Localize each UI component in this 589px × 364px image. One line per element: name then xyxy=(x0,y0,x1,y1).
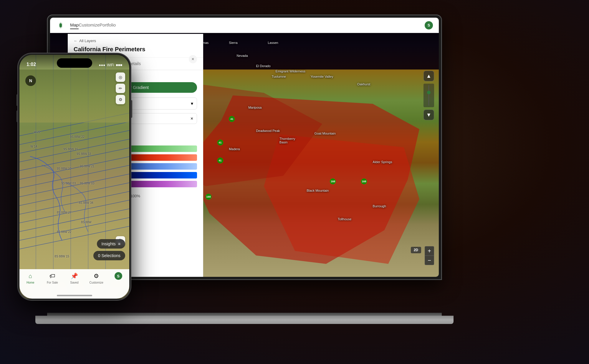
phone-label-9s88w10: 9S 88W 10 xyxy=(57,167,71,170)
phone-label-9s88w21: 9S 88W 21 xyxy=(80,165,94,168)
arrow-down-btn[interactable]: ▼ xyxy=(423,110,434,120)
home-indicator xyxy=(57,295,92,296)
nav-profile[interactable]: S xyxy=(107,272,129,281)
customize-icon: ⚙ xyxy=(92,272,100,280)
dynamic-island xyxy=(57,58,92,68)
forsale-icon: 🏷 xyxy=(49,272,56,280)
phone-terrain-top xyxy=(19,70,129,123)
phone-label-9s88w16: 9S 88W 16 xyxy=(63,148,78,151)
phone-label-9s88w33: 9S 88W 33 xyxy=(77,152,91,155)
phone-edit-btn[interactable]: ✏ xyxy=(116,84,125,93)
phone-label-9s88w22: 9S 88W 22 xyxy=(70,135,85,138)
volume-down-button[interactable] xyxy=(16,110,18,122)
route-marker-168a: 168 xyxy=(330,178,336,184)
nav-forsale-label: For Sale xyxy=(47,281,58,284)
nav-saved-label: Saved xyxy=(70,281,78,284)
phone-map: 9S 88W 22 9S 88W 33 9S 88W 16 9S 88W 21 … xyxy=(19,55,129,299)
route-marker-41b: 41 xyxy=(217,140,223,145)
phone-label-w22: W 22 xyxy=(34,130,40,134)
route-marker-168b: 168 xyxy=(361,178,367,184)
layer-title: California Fire Perimeters xyxy=(74,46,197,53)
phone-location-btn[interactable]: ◎ xyxy=(116,72,125,82)
zoom-in-button[interactable]: + xyxy=(425,246,434,256)
nav-home[interactable]: ⌂ Home xyxy=(19,272,42,284)
arrow-up-btn[interactable]: ▲ xyxy=(423,71,434,81)
clear-icon[interactable]: × xyxy=(191,116,193,121)
battery-icon: ■■■ xyxy=(116,63,122,67)
phone-time: 1:02 xyxy=(27,62,36,67)
nav-customize-label: Customize xyxy=(89,281,103,284)
volume-up-button[interactable] xyxy=(16,94,18,106)
wifi-icon: WiFi xyxy=(107,63,114,67)
laptop-hinge xyxy=(47,313,442,316)
selections-label: 0 Selections xyxy=(98,253,120,258)
profile-avatar: S xyxy=(115,272,122,280)
insights-pill[interactable]: Insights ≡ xyxy=(97,239,125,249)
nav-tab-map[interactable]: Map xyxy=(70,21,79,29)
phone-map-controls: ◎ ✏ ⚙ xyxy=(116,72,125,104)
zoom-controls: + − xyxy=(425,246,434,265)
back-label: All Layers xyxy=(79,39,96,43)
compass[interactable]: N xyxy=(25,75,36,86)
nav-home-label: Home xyxy=(27,281,34,284)
phone-bottom-nav: ⌂ Home 🏷 For Sale 📌 Saved ⚙ Customize S xyxy=(19,269,129,299)
power-button[interactable] xyxy=(131,100,132,118)
bottom-pills: Insights ≡ 0 Selections xyxy=(19,239,129,260)
phone-status-icons: ●●● WiFi ■■■ xyxy=(99,63,123,67)
back-arrow-icon: ← xyxy=(74,39,77,43)
laptop-base xyxy=(35,316,454,324)
map-controls-right: ▲ ▼ xyxy=(423,71,434,120)
nav-tab-portfolio[interactable]: Portfolio xyxy=(100,21,116,29)
route-marker-41a: 41 xyxy=(217,158,223,163)
phone-label-8s88w22: 8S 88W 22 xyxy=(57,230,71,234)
phone-label-8s88w: 8S 88W xyxy=(81,221,92,224)
back-link[interactable]: ← All Layers xyxy=(74,39,197,43)
nav-tab-customize[interactable]: Customize xyxy=(79,21,100,29)
nav-customize[interactable]: ⚙ Customize xyxy=(85,272,107,284)
phone: 1:02 ●●● WiFi ■■■ xyxy=(18,53,131,300)
chevron-down-icon: ▾ xyxy=(191,101,193,106)
zoom-out-button[interactable]: − xyxy=(425,256,434,265)
saved-icon: 📌 xyxy=(70,272,78,280)
phone-screen: 1:02 ●●● WiFi ■■■ xyxy=(19,55,129,299)
user-avatar[interactable]: S xyxy=(425,21,433,29)
phone-label-9s88w03b: 9S 88W 03 xyxy=(80,182,94,185)
phone-label-w14: W 14 xyxy=(30,145,37,148)
phone-label-8s88w34: 8S 88W 34 xyxy=(79,201,93,204)
map-2d-badge[interactable]: 2D xyxy=(411,247,421,253)
close-button[interactable]: × xyxy=(189,55,197,63)
nav-saved[interactable]: 📌 Saved xyxy=(63,272,85,284)
insights-label: Insights xyxy=(102,241,116,246)
insights-icon: ≡ xyxy=(118,241,120,246)
laptop-nav-bar: Map Customize Portfolio S xyxy=(50,18,439,33)
app-logo xyxy=(56,21,65,30)
nav-forsale[interactable]: 🏷 For Sale xyxy=(42,272,64,284)
phone-frame: 1:02 ●●● WiFi ■■■ xyxy=(18,53,131,300)
selections-pill[interactable]: 0 Selections xyxy=(93,251,125,260)
phone-label-8s88w27: 8S 88W 27 xyxy=(57,211,71,214)
phone-label-9s88w03a: 9S 88W 03 xyxy=(61,182,76,185)
signal-icon: ●●● xyxy=(99,63,105,67)
phone-settings-btn[interactable]: ⚙ xyxy=(116,95,125,104)
home-icon: ⌂ xyxy=(27,272,34,280)
vertical-slider[interactable] xyxy=(423,84,434,107)
